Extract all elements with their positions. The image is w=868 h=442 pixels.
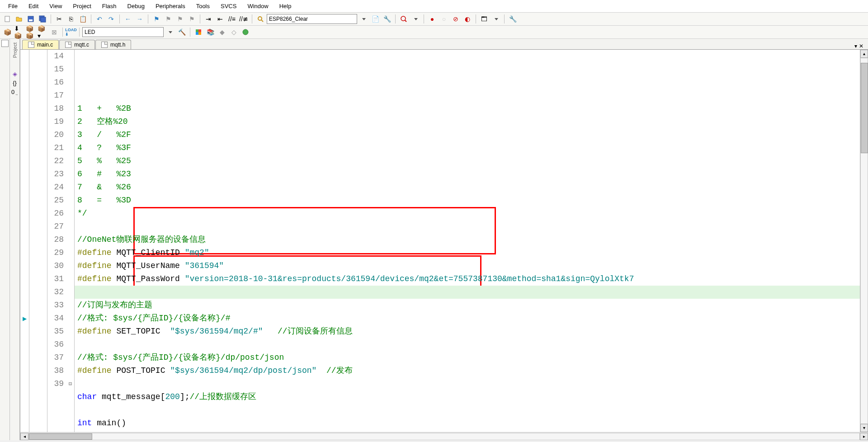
menu-help[interactable]: Help [274,1,297,11]
layout-dropdown-icon[interactable] [491,14,501,24]
menu-window[interactable]: Window [242,1,274,11]
code-line[interactable]: //格式: $sys/{产品ID}/{设备名称}/# [75,312,860,325]
scroll-left-icon[interactable]: ◂ [20,433,28,440]
project-target-select[interactable] [82,27,164,37]
code-line[interactable] [75,338,860,351]
nav-back-icon[interactable]: ← [123,14,133,24]
rte-icon[interactable] [240,27,251,38]
find-icon[interactable] [255,14,266,24]
code-editor[interactable]: ▶ 14151617181920212223242526272829303132… [20,50,868,432]
manage-components-icon[interactable] [193,27,204,38]
code-line[interactable]: 8 = %3D [75,194,860,207]
code-line[interactable]: 7 & %26 [75,181,860,194]
menu-project[interactable]: Project [67,1,96,11]
functions-icon[interactable]: {} [11,80,19,87]
breakpoint-disable-icon[interactable]: ○ [439,14,449,24]
scroll-down-icon[interactable]: ▾ [860,424,868,432]
batch-build-icon[interactable]: 📦▾ [37,27,48,38]
debug-start-icon[interactable] [398,14,409,24]
menu-file[interactable]: File [3,1,23,11]
target-dropdown-icon[interactable] [358,14,369,24]
code-line[interactable]: #define POST_TOPIC "$sys/361594/mq2/dp/p… [75,364,860,377]
code-line[interactable]: //格式: $sys/{产品ID}/{设备名称}/dp/post/json [75,351,860,364]
code-line[interactable]: char mqtt_message[200];//上报数据缓存区 [75,390,860,404]
code-line[interactable]: #define SET_TOPIC "$sys/361594/mq2/#" //… [75,325,860,338]
bookmark-clear-icon[interactable]: ⚑ [186,14,197,24]
undo-icon[interactable]: ↶ [94,14,105,24]
file-tab-main-c[interactable]: main.c [22,40,59,49]
menu-view[interactable]: View [44,1,67,11]
code-line[interactable]: int main() [75,417,860,430]
code-line[interactable] [75,220,860,233]
rebuild-icon[interactable]: 📦📦 [25,27,36,38]
redo-icon[interactable]: ↷ [106,14,117,24]
code-line[interactable]: { [75,430,860,432]
code-line[interactable]: #define MQTT_ClientID "mq2" [75,246,860,259]
project-target-dropdown-icon[interactable] [165,27,175,38]
outdent-icon[interactable]: ⇤ [215,14,226,24]
bookmark-next-icon[interactable]: ⚑ [175,14,185,24]
options-icon[interactable]: 📄 [370,14,381,24]
stop-build-icon[interactable]: ⊠ [49,27,60,38]
menu-tools[interactable]: Tools [191,1,215,11]
menu-edit[interactable]: Edit [23,1,44,11]
bookmark-icon[interactable]: ⚑ [151,14,162,24]
bookmark-prev-icon[interactable]: ⚑ [163,14,174,24]
load-icon[interactable]: LOAD⬇ [66,27,76,38]
code-line[interactable]: */ [75,207,860,220]
breakpoint-icon[interactable]: ● [427,14,438,24]
tab-close-icon[interactable]: ✕ [859,43,863,49]
code-line[interactable] [75,377,860,390]
code-line[interactable] [75,404,860,417]
pack-installer-icon[interactable]: ◆ [217,27,227,38]
indent-icon[interactable]: ⇥ [203,14,214,24]
select-packs-icon[interactable]: 📚 [205,27,216,38]
scroll-up-icon[interactable]: ▴ [860,50,868,58]
tab-menu-icon[interactable]: ▾ [854,43,857,49]
code-line[interactable]: 4 ? %3F [75,141,860,155]
copy-icon[interactable]: ⎘ [66,14,76,24]
code-line[interactable]: 6 # %23 [75,168,860,181]
paste-icon[interactable]: 📋 [77,14,88,24]
cut-icon[interactable]: ✂ [54,14,65,24]
menu-svcs[interactable]: SVCS [215,1,242,11]
code-line[interactable] [75,286,860,299]
configure-icon[interactable]: 🔧 [507,14,518,24]
new-file-icon[interactable] [2,14,13,24]
open-file-icon[interactable] [14,14,24,24]
window-toggle-icon[interactable] [1,40,9,47]
vertical-scrollbar[interactable]: ▴ ▾ [860,50,868,432]
comment-icon[interactable]: //≡ [226,14,237,24]
target-options-icon[interactable]: 🔧 [382,14,392,24]
save-icon[interactable] [25,14,36,24]
code-line[interactable]: 1 + %2B [75,102,860,115]
manage-target-icon[interactable]: 🔨 [176,27,187,38]
code-line[interactable]: #define MQTT_PassWord "version=2018-10-3… [75,273,860,286]
code-line[interactable]: 5 % %25 [75,155,860,168]
menu-flash[interactable]: Flash [97,1,122,11]
build-icon[interactable]: ⬇📦 [14,27,24,38]
books-icon[interactable]: ◈ [11,71,19,78]
menu-debug[interactable]: Debug [122,1,150,11]
breakpoint-kill-icon[interactable]: ⊘ [450,14,461,24]
templates-icon[interactable]: 0→ [11,89,19,96]
debug-dropdown-icon[interactable] [410,14,421,24]
file-tab-mqtt-h[interactable]: mqtt.h [95,40,131,49]
project-panel-tab[interactable]: Project [11,41,19,60]
save-all-icon[interactable] [37,14,48,24]
window-layout-icon[interactable]: 🗔 [479,14,490,24]
code-line[interactable]: //OneNet物联网服务器的设备信息 [75,233,860,246]
breakpoint-enable-icon[interactable]: ◐ [462,14,473,24]
file-tab-mqtt-c[interactable]: mqtt.c [59,40,95,49]
uncomment-icon[interactable]: //≢ [238,14,249,24]
translate-icon[interactable]: 📦 [2,27,13,38]
pack-config-icon[interactable]: ◇ [228,27,239,38]
code-line[interactable]: 3 / %2F [75,128,860,141]
code-line[interactable]: #define MQTT_UserName "361594" [75,259,860,273]
target-select[interactable] [267,14,357,24]
nav-forward-icon[interactable]: → [134,14,145,24]
horizontal-scrollbar[interactable]: ◂ ▸ [20,432,868,440]
menu-peripherals[interactable]: Peripherals [150,1,191,11]
code-line[interactable]: //订阅与发布的主题 [75,299,860,312]
code-line[interactable]: 2 空格%20 [75,115,860,128]
